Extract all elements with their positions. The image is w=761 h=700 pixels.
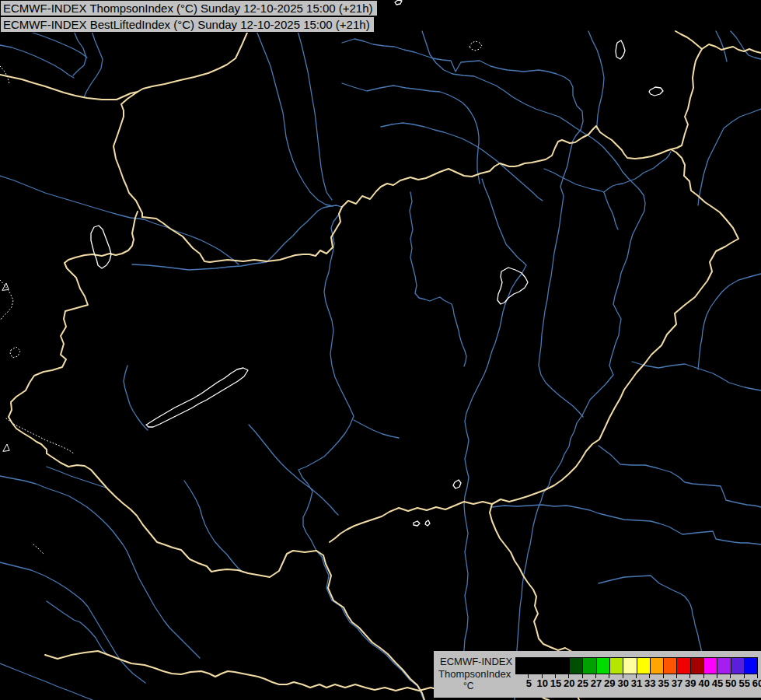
legend-color-cell: [745, 658, 757, 674]
weather-map-page: ECMWF-INDEX ThompsonIndex °C 51015202527…: [0, 0, 761, 700]
river-ne-branch: [604, 192, 618, 229]
map-canvas: [0, 0, 761, 700]
legend-tick-value: 55: [738, 677, 749, 689]
border-cz-sk-top: [138, 33, 247, 92]
river-upper-horizontal: [342, 39, 583, 130]
legend-color-cell: [597, 658, 610, 674]
legend-color-cell: [623, 658, 637, 674]
legend-color-cell: [516, 658, 529, 674]
legend-tick-value: 27: [591, 677, 602, 689]
legend-tick-value: 31: [631, 677, 642, 689]
legend-tick-labels: 51015202527293031333537394045505560: [515, 677, 758, 690]
river-slavonia: [47, 601, 107, 655]
peak-marker-2: [3, 444, 9, 451]
river-zagyva: [410, 192, 466, 366]
lake-top-small: [395, 0, 402, 5]
legend-color-cell: [677, 658, 690, 674]
river-nitra: [298, 31, 332, 200]
river-right-350: [698, 274, 761, 369]
legend-color-cell: [570, 658, 583, 674]
legend-color-cell: [543, 658, 557, 674]
river-ne-corner1: [731, 31, 761, 59]
border-ro-hu-long: [492, 149, 738, 504]
border-ua-east: [702, 44, 761, 53]
legend-tick-value: 10: [536, 677, 547, 689]
river-tisza-lake: [463, 179, 526, 680]
river-hernad-tisza: [422, 31, 645, 700]
peak-marker-1: [2, 283, 9, 290]
river-vah: [257, 31, 333, 206]
river-bednja: [184, 481, 243, 572]
river-topleft-a: [73, 31, 86, 75]
legend-unit-label: °C: [463, 681, 473, 691]
border-hu-west-to-danube: [142, 207, 342, 262]
legend-tick-value: 35: [658, 677, 668, 689]
legend-tick-value: 45: [712, 677, 723, 689]
river-ne-parallel: [544, 152, 671, 192]
lake-balaton: [146, 368, 248, 427]
legend-color-cell: [610, 658, 623, 674]
border-at-hu-north: [113, 92, 142, 217]
dotted-border-si-hr: [6, 418, 74, 453]
lake-ne-small1: [616, 40, 625, 59]
legend-tick-value: 39: [685, 677, 696, 689]
legend-color-cell: [717, 658, 731, 674]
border-at-hu-si-west: [9, 212, 138, 453]
river-zala: [124, 366, 148, 430]
legend-tick-value: 29: [604, 677, 615, 689]
legend-tick-value: 5: [526, 677, 532, 689]
border-ua-hu: [671, 31, 702, 149]
lake-neusiedl: [91, 226, 111, 268]
river-west-680: [0, 476, 200, 658]
legend-tick-value: 25: [577, 677, 588, 689]
legend-color-cell: [583, 658, 596, 674]
river-plain-b: [599, 446, 761, 507]
border-sk-hu-east: [342, 126, 671, 207]
legend-tick-value: 20: [564, 677, 574, 689]
river-raba: [0, 176, 239, 264]
border-at-cz-west: [0, 75, 138, 100]
river-west-720: [0, 562, 145, 683]
river-right-mid: [698, 109, 761, 205]
lake-sc-small2: [414, 521, 420, 526]
border-hr-hu-drava: [47, 453, 316, 577]
dotted-circle-ne: [470, 41, 482, 51]
legend-model-label: ECMWF-INDEX: [440, 656, 512, 667]
river-mid-tributary: [354, 420, 399, 438]
legend-color-cell: [691, 658, 704, 674]
map-title-line2: ECMWF-INDEX BestLiftedIndex (°C) Sunday …: [0, 16, 375, 33]
legend-color-cell: [529, 658, 543, 674]
river-bodrog: [539, 130, 583, 417]
river-ipel: [381, 123, 543, 201]
river-danube-south: [298, 207, 354, 551]
lake-sc-small3: [425, 520, 430, 526]
lake-sc-small1: [453, 480, 461, 488]
legend-index-label: ThompsonIndex: [438, 668, 511, 680]
river-maros: [492, 505, 761, 544]
legend-tick-value: 40: [698, 677, 709, 689]
dotted-sw-small: [33, 544, 44, 554]
legend-color-cell: [731, 658, 745, 674]
legend-tick-value: 50: [725, 677, 736, 689]
legend-color-cell: [651, 658, 664, 674]
legend-color-cell: [704, 658, 717, 674]
river-plain-a: [632, 362, 761, 390]
river-sw-corner: [0, 663, 93, 700]
river-topleft-b: [84, 31, 103, 97]
legend-tick-value: 33: [644, 677, 655, 689]
legend-color-cell: [664, 658, 677, 674]
legend-tick-value: 15: [550, 677, 561, 689]
legend-color-bar: [515, 657, 758, 674]
map-title-line1: ECMWF-INDEX ThompsonIndex (°C) Sunday 12…: [0, 0, 378, 16]
river-sio: [249, 425, 338, 515]
dotted-border-left1: [0, 280, 13, 320]
river-topleft-d: [0, 45, 74, 78]
river-second-horizontal: [342, 83, 480, 184]
river-danube-lower: [316, 551, 424, 700]
legend-foreground: ECMWF-INDEX ThompsonIndex °C 51015202527…: [434, 651, 761, 698]
legend-color-cell: [557, 658, 570, 674]
legend-tick-value: 37: [672, 677, 682, 689]
dotted-border-left2: [10, 347, 20, 358]
legend-tick-value: 60: [752, 677, 761, 689]
legend-color-cell: [637, 658, 651, 674]
